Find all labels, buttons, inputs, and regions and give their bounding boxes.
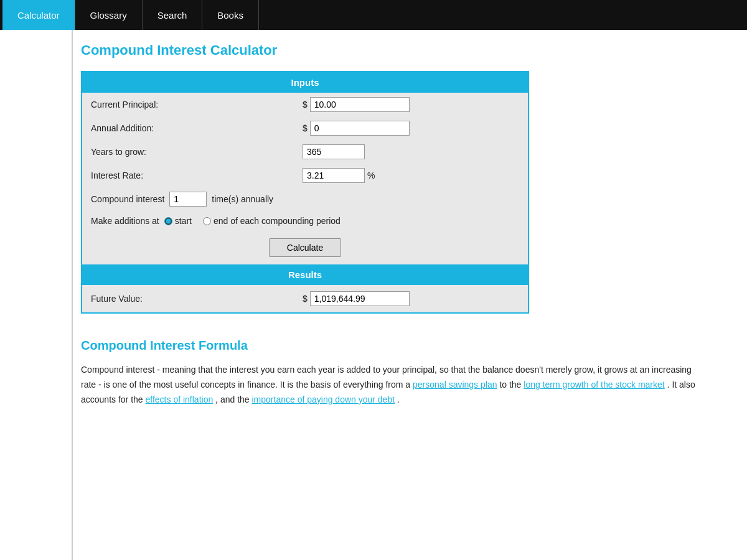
annual-addition-label: Annual Addition:: [91, 123, 303, 133]
calculator-container: Inputs Current Principal: $ Annual Addit…: [81, 71, 529, 314]
page-title: Compound Interest Calculator: [81, 42, 735, 58]
radio-start-option[interactable]: start: [164, 216, 192, 226]
dollar-sign-addition: $: [303, 123, 308, 133]
interest-rate-row: Interest Rate: %: [82, 164, 528, 187]
nav-search[interactable]: Search: [143, 0, 203, 30]
dollar-sign-future: $: [303, 294, 308, 304]
results-header: Results: [82, 264, 528, 285]
nav-glossary[interactable]: Glossary: [75, 0, 143, 30]
years-to-grow-label: Years to grow:: [91, 147, 303, 157]
make-additions-label: Make additions at: [91, 216, 159, 226]
formula-paragraph: Compound interest - meaning that the int…: [81, 363, 703, 407]
radio-end-input[interactable]: [203, 217, 211, 225]
calculate-button[interactable]: Calculate: [269, 238, 341, 257]
formula-text-2: to the: [499, 380, 524, 390]
radio-start-label: start: [175, 216, 192, 226]
formula-title: Compound Interest Formula: [81, 338, 703, 353]
personal-savings-link[interactable]: personal savings plan: [413, 380, 497, 390]
formula-section: Compound Interest Formula Compound inter…: [81, 338, 703, 407]
years-to-grow-input[interactable]: [303, 144, 365, 159]
main-content: Compound Interest Calculator Inputs Curr…: [0, 30, 747, 419]
stock-market-link[interactable]: long term growth of the stock market: [524, 380, 664, 390]
radio-end-label: end of each compounding period: [214, 216, 341, 226]
sidebar-divider: [72, 30, 73, 419]
annual-addition-row: Annual Addition: $: [82, 116, 528, 140]
compound-interest-row: Compound interest time(s) annually: [82, 187, 528, 211]
years-to-grow-value-group: [303, 144, 365, 159]
inputs-header: Inputs: [82, 72, 528, 93]
compound-times-input[interactable]: [169, 192, 207, 207]
top-navigation: Calculator Glossary Search Books: [0, 0, 747, 30]
dollar-sign-principal: $: [303, 100, 308, 110]
radio-end-option[interactable]: end of each compounding period: [203, 216, 341, 226]
nav-calculator[interactable]: Calculator: [2, 0, 75, 30]
compound-interest-prefix: Compound interest: [91, 194, 164, 204]
formula-text-4: , and the: [215, 394, 251, 404]
annual-addition-value-group: $: [303, 121, 410, 136]
current-principal-label: Current Principal:: [91, 100, 303, 110]
interest-rate-label: Interest Rate:: [91, 170, 303, 180]
future-value-input[interactable]: [310, 291, 410, 306]
nav-books[interactable]: Books: [202, 0, 259, 30]
interest-rate-value-group: %: [303, 168, 375, 183]
years-to-grow-row: Years to grow:: [82, 140, 528, 164]
calculate-button-row: Calculate: [82, 231, 528, 264]
make-additions-row: Make additions at start end of each comp…: [82, 211, 528, 231]
future-value-label: Future Value:: [91, 294, 303, 304]
future-value-value-group: $: [303, 291, 410, 306]
annual-addition-input[interactable]: [310, 121, 410, 136]
compound-interest-suffix: time(s) annually: [212, 194, 273, 204]
future-value-row: Future Value: $: [82, 285, 528, 312]
interest-rate-input[interactable]: [303, 168, 365, 183]
current-principal-input[interactable]: [310, 97, 410, 112]
percent-sign: %: [367, 170, 375, 180]
formula-text-5: .: [397, 394, 400, 404]
effects-of-inflation-link[interactable]: effects of inflation: [146, 394, 214, 404]
current-principal-value-group: $: [303, 97, 410, 112]
paying-down-debt-link[interactable]: importance of paying down your debt: [252, 394, 395, 404]
radio-start-input[interactable]: [164, 217, 172, 225]
current-principal-row: Current Principal: $: [82, 93, 528, 116]
